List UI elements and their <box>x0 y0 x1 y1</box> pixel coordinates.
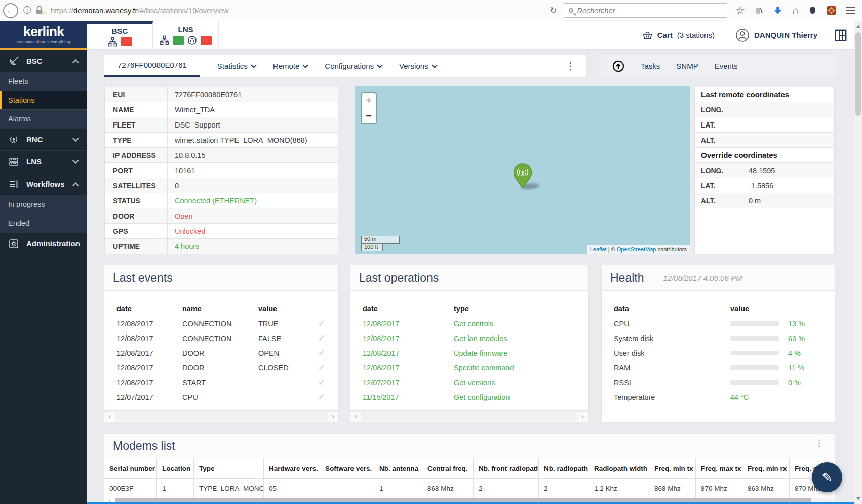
back-icon[interactable]: ← <box>3 3 18 18</box>
row-value: -1.5856 <box>742 182 773 190</box>
reload-icon[interactable]: ↻ <box>550 5 557 16</box>
header-tab-bsc[interactable]: BSC 25 <box>87 21 153 49</box>
leaflet-link[interactable]: Leaflet <box>590 246 607 253</box>
scroll-left-icon[interactable]: ‹ <box>350 412 361 421</box>
cart-button[interactable]: Cart (3 stations) <box>632 21 725 49</box>
menu-icon[interactable] <box>846 7 855 14</box>
sidebar-item-stations[interactable]: Stations <box>0 91 87 109</box>
scroll-up-icon[interactable] <box>856 25 860 28</box>
lns-alarm-badge: 4 <box>201 36 212 45</box>
chevron-down-icon <box>432 62 437 68</box>
sidebar-item-lns[interactable]: LNS <box>0 150 87 173</box>
table-row[interactable]: 12/07/2017Get versions <box>363 375 576 390</box>
station-marker-icon[interactable] <box>512 163 533 189</box>
horizontal-scrollbar[interactable]: ‹ › <box>350 410 588 421</box>
header-tab-lns[interactable]: LNS 0 4 <box>153 21 219 49</box>
search-input[interactable] <box>577 7 703 15</box>
upload-circle-icon[interactable] <box>612 60 624 72</box>
shield-icon[interactable] <box>808 6 817 15</box>
browser-search[interactable] <box>564 3 727 18</box>
scrollbar-thumb[interactable] <box>855 32 861 116</box>
scroll-right-icon[interactable]: › <box>577 412 588 421</box>
table-row: TYPEwirnet.station TYPE_LORA_MONO(868) <box>105 133 338 148</box>
station-tabbar: 7276FF00080E0761 Statistics Remote Confi… <box>104 55 586 77</box>
table-row: FLEETDSC_Support <box>105 117 338 133</box>
remote-coords-title: Last remote coordinates <box>695 87 834 102</box>
table-row: 12/08/2017CONNECTIONTRUE✓ <box>116 316 326 331</box>
bookmark-star-icon[interactable]: ☆ <box>735 5 745 16</box>
action-snmp[interactable]: SNMP <box>676 62 698 70</box>
zoom-in-button[interactable]: + <box>362 93 376 108</box>
horizontal-scrollbar[interactable]: ‹ › <box>104 410 338 421</box>
progress-bar <box>730 336 779 341</box>
sidebar-item-workflows[interactable]: Workflows <box>0 173 87 195</box>
scroll-left-icon[interactable]: ‹ <box>104 412 115 421</box>
row-label: TYPE <box>105 133 168 147</box>
tab-station-id[interactable]: 7276FF00080E0761 <box>104 55 200 77</box>
table-row: LAT.-1.5856 <box>695 178 834 193</box>
row-label: EUI <box>105 87 168 102</box>
kebab-menu-icon[interactable]: ⋮ <box>566 60 575 72</box>
row-value: DSC_Support <box>168 121 220 129</box>
main-content: 7276FF00080E0761 Statistics Remote Confi… <box>87 50 854 504</box>
health-card: Health 12/08/2017 4:06:06 PM data value … <box>602 265 835 422</box>
user-menu[interactable]: DANQUIN Thierry <box>725 21 828 49</box>
col-name: name <box>182 305 258 313</box>
page-scrollbar[interactable] <box>854 21 862 504</box>
table-row: SATELLITES0 <box>105 178 338 193</box>
check-icon: ✓ <box>318 362 325 373</box>
table-row[interactable]: 12/08/2017Update firmware <box>363 346 576 360</box>
apps-grid-button[interactable] <box>828 21 854 49</box>
row-label: STATUS <box>105 193 168 208</box>
kebab-menu-icon[interactable]: ⋮ <box>815 438 824 448</box>
zoom-out-button[interactable]: − <box>362 108 376 123</box>
action-events[interactable]: Events <box>715 62 738 70</box>
lock-warning-icon[interactable]: ⚠ <box>35 6 45 16</box>
home-icon[interactable]: ⌂ <box>792 5 799 16</box>
sidebar-item-in-progress[interactable]: In progress <box>0 195 87 214</box>
sidebar-item-label: Workflows <box>26 180 65 188</box>
table-row: LAT. <box>695 117 834 133</box>
addon-gear-icon[interactable] <box>827 6 836 15</box>
warning-icon: ⚠ <box>42 10 48 17</box>
tab-statistics[interactable]: Statistics <box>217 55 256 77</box>
library-icon[interactable] <box>755 6 764 15</box>
table-row: LONG. <box>695 102 834 117</box>
table-row[interactable]: 12/08/2017Get controls <box>363 316 576 331</box>
sidebar-item-label: LNS <box>26 157 42 166</box>
osm-link[interactable]: OpenStreetMap <box>617 246 656 253</box>
sidebar-item-rnc[interactable]: RNC <box>0 128 87 150</box>
table-header: Serial number Location Type Hardware ver… <box>104 458 835 479</box>
card-title: Last operations <box>359 271 439 285</box>
sidebar-item-administration[interactable]: Administration <box>0 232 87 255</box>
tab-configurations[interactable]: Configurations <box>325 55 382 77</box>
check-icon: ✓ <box>318 392 325 402</box>
table-row: ALT. <box>695 133 834 148</box>
gps-value: Unlocked <box>168 227 205 235</box>
sidebar-item-label: In progress <box>8 200 45 208</box>
table-row: DOOROpen <box>105 208 338 224</box>
tab-versions[interactable]: Versions <box>399 55 437 77</box>
tab-remote[interactable]: Remote <box>273 55 308 77</box>
action-tasks[interactable]: Tasks <box>641 62 660 70</box>
edit-fab-button[interactable]: ✎ <box>812 462 842 492</box>
sidebar-item-ended[interactable]: Ended <box>0 214 87 232</box>
tab-label: Configurations <box>325 62 374 70</box>
sidebar-item-bsc[interactable]: BSC <box>0 50 87 72</box>
browser-toolbar: ← ⓘ ⚠ https://demoran.wanesy.fr/#/bsc/st… <box>0 0 862 21</box>
sidebar-item-label: Fleets <box>8 77 28 86</box>
scroll-down-icon[interactable] <box>856 497 860 500</box>
url-domain: demoran.wanesy.fr <box>73 6 137 15</box>
download-icon[interactable] <box>773 6 782 15</box>
info-icon[interactable]: ⓘ <box>23 5 31 16</box>
table-row[interactable]: 11/15/2017Get configuration <box>363 390 576 404</box>
sidebar-item-label: Alarms <box>8 115 31 123</box>
station-map[interactable]: + − 50 m 100 ft Leaflet | © OpenStreetMa… <box>355 86 690 254</box>
table-row[interactable]: 12/08/2017Get lan modules <box>363 331 576 346</box>
table-row[interactable]: 12/08/2017Specific command <box>363 360 576 375</box>
sidebar-item-fleets[interactable]: Fleets <box>0 72 87 91</box>
url-bar[interactable]: https://demoran.wanesy.fr/#/bsc/stations… <box>51 3 539 18</box>
sidebar-item-alarms[interactable]: Alarms <box>0 109 87 128</box>
scroll-right-icon[interactable]: › <box>328 412 338 421</box>
map-zoom-control: + − <box>361 92 377 124</box>
